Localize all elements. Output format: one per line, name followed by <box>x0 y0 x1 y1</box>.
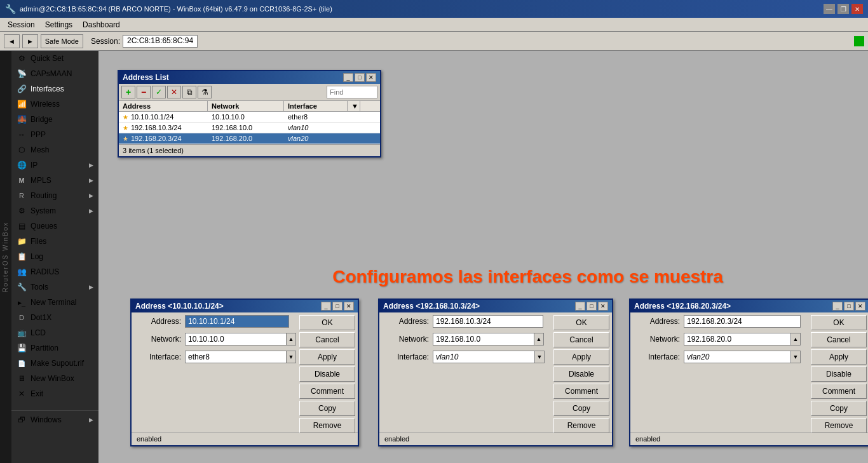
d3-min[interactable]: _ <box>832 302 843 311</box>
d1-network-field: ▲ <box>185 333 296 346</box>
filter-button[interactable]: ⚗ <box>198 86 212 98</box>
d1-network-input[interactable] <box>185 333 286 346</box>
sidebar-item-wireless[interactable]: 📶 Wireless <box>11 97 98 112</box>
d2-iface-dropdown[interactable]: ▼ <box>534 351 545 363</box>
sidebar-item-bridge[interactable]: 🌉 Bridge <box>11 112 98 127</box>
sidebar-item-radius[interactable]: 👥 RADIUS <box>11 264 98 279</box>
d3-status: enabled <box>635 435 660 443</box>
files-icon: 📁 <box>17 236 27 246</box>
d2-apply-btn[interactable]: Apply <box>553 349 609 365</box>
sidebar-item-mesh[interactable]: ⬡ Mesh <box>11 142 98 158</box>
menu-dashboard[interactable]: Dashboard <box>78 19 125 30</box>
find-input[interactable] <box>327 86 377 98</box>
enable-button[interactable]: ✓ <box>152 86 166 98</box>
d3-apply-btn[interactable]: Apply <box>811 349 867 365</box>
sidebar-item-files[interactable]: 📁 Files <box>11 234 98 249</box>
safe-mode-button[interactable]: Safe Mode <box>41 34 83 48</box>
dot1x-icon: D <box>17 312 27 323</box>
d2-close[interactable]: ✕ <box>598 302 608 311</box>
d2-network-up[interactable]: ▲ <box>534 333 544 346</box>
sidebar-item-mpls[interactable]: M MPLS ▶ <box>11 173 98 188</box>
sidebar-item-make-supout[interactable]: 📄 Make Supout.rif <box>11 356 98 371</box>
table-row[interactable]: ★ 192.168.10.3/24 192.168.10.0 vlan10 <box>119 123 380 133</box>
d1-network-up[interactable]: ▲ <box>286 333 296 346</box>
sidebar-item-ppp[interactable]: ↔ PPP <box>11 127 98 142</box>
d1-ok-btn[interactable]: OK <box>299 315 355 330</box>
sidebar-item-queues[interactable]: ▤ Queues <box>11 218 98 234</box>
d2-copy-btn[interactable]: Copy <box>553 401 609 416</box>
d1-restore[interactable]: □ <box>332 302 342 311</box>
d2-network-input[interactable] <box>433 333 534 346</box>
d2-restore[interactable]: □ <box>587 302 597 311</box>
d1-close[interactable]: ✕ <box>344 302 354 311</box>
d1-iface-dropdown[interactable]: ▼ <box>286 351 296 363</box>
addr-list-restore[interactable]: □ <box>355 73 365 82</box>
d1-copy-btn[interactable]: Copy <box>299 401 355 416</box>
d1-comment-btn[interactable]: Comment <box>299 384 355 399</box>
remove-button[interactable]: − <box>137 86 151 98</box>
d3-restore[interactable]: □ <box>844 302 854 311</box>
sidebar-item-new-terminal[interactable]: ▶_ New Terminal <box>11 295 98 310</box>
d3-disable-btn[interactable]: Disable <box>811 366 867 382</box>
table-row[interactable]: ★ 192.168.20.3/24 192.168.20.0 vlan20 <box>119 133 380 144</box>
d2-comment-btn[interactable]: Comment <box>553 384 609 399</box>
d3-network-up[interactable]: ▲ <box>790 333 801 346</box>
d3-copy-btn[interactable]: Copy <box>811 401 867 416</box>
minimize-button[interactable]: — <box>824 4 835 14</box>
menu-session[interactable]: Session <box>3 19 40 30</box>
sidebar-label-make-supout: Make Supout.rif <box>31 359 84 368</box>
d2-min[interactable]: _ <box>575 302 585 311</box>
sidebar-item-lcd[interactable]: 📺 LCD <box>11 325 98 340</box>
d3-ok-btn[interactable]: OK <box>811 315 867 330</box>
d1-remove-btn[interactable]: Remove <box>299 418 355 433</box>
sidebar-item-dot1x[interactable]: D Dot1X <box>11 310 98 325</box>
addr-list-minimize[interactable]: _ <box>343 73 353 82</box>
d2-cancel-btn[interactable]: Cancel <box>553 332 609 347</box>
d3-remove-btn[interactable]: Remove <box>811 418 867 433</box>
d3-network-input[interactable] <box>684 333 790 346</box>
sidebar-label-dot1x: Dot1X <box>31 313 51 322</box>
sidebar-item-interfaces[interactable]: 🔗 Interfaces <box>11 81 98 97</box>
sidebar-item-windows[interactable]: 🗗 Windows ▶ <box>11 410 98 427</box>
close-button[interactable]: ✕ <box>851 4 863 14</box>
addr-list-close[interactable]: ✕ <box>366 73 376 82</box>
d3-iface-dropdown[interactable]: ▼ <box>790 351 801 363</box>
d3-address-input[interactable] <box>684 315 801 328</box>
copy-button[interactable]: ⧉ <box>182 86 196 98</box>
add-button[interactable]: + <box>121 86 135 98</box>
d1-apply-btn[interactable]: Apply <box>299 349 355 365</box>
sidebar-item-capsman[interactable]: 📡 CAPsMAAN <box>11 66 98 81</box>
d1-disable-btn[interactable]: Disable <box>299 366 355 382</box>
back-button[interactable]: ◄ <box>4 34 20 48</box>
row3-address: 192.168.20.3/24 <box>131 135 182 142</box>
d2-ok-btn[interactable]: OK <box>553 315 609 330</box>
sidebar-label-ppp: PPP <box>31 130 46 139</box>
d2-interface-input[interactable] <box>433 351 534 363</box>
d1-interface-input[interactable] <box>185 351 286 363</box>
table-row[interactable]: ★ 10.10.10.1/24 10.10.10.0 ether8 <box>119 112 380 123</box>
d1-address-input[interactable] <box>185 315 289 328</box>
sidebar-item-log[interactable]: 📋 Log <box>11 249 98 264</box>
restore-button[interactable]: ❐ <box>837 4 849 14</box>
d1-min[interactable]: _ <box>321 302 331 311</box>
sidebar-item-routing[interactable]: R Routing ▶ <box>11 188 98 203</box>
system-arrow: ▶ <box>89 208 93 214</box>
d3-cancel-btn[interactable]: Cancel <box>811 332 867 347</box>
sidebar-item-exit[interactable]: ✕ Exit <box>11 386 98 401</box>
d3-comment-btn[interactable]: Comment <box>811 384 867 399</box>
menu-settings[interactable]: Settings <box>40 19 78 30</box>
d2-address-input[interactable] <box>433 315 543 328</box>
sidebar-item-tools[interactable]: 🔧 Tools ▶ <box>11 279 98 295</box>
sidebar-item-ip[interactable]: 🌐 IP ▶ <box>11 158 98 173</box>
d3-interface-input[interactable] <box>684 351 790 363</box>
d1-cancel-btn[interactable]: Cancel <box>299 332 355 347</box>
disable-button[interactable]: ✕ <box>167 86 181 98</box>
sidebar-item-partition[interactable]: 💾 Partition <box>11 340 98 356</box>
sidebar-item-new-winbox[interactable]: 🖥 New WinBox <box>11 371 98 386</box>
forward-button[interactable]: ► <box>22 34 38 48</box>
sidebar-item-quick-set[interactable]: ⚙ Quick Set <box>11 51 98 66</box>
d2-disable-btn[interactable]: Disable <box>553 366 609 382</box>
sidebar-item-system[interactable]: ⚙ System ▶ <box>11 203 98 218</box>
d3-close[interactable]: ✕ <box>855 302 865 311</box>
d2-remove-btn[interactable]: Remove <box>553 418 609 433</box>
